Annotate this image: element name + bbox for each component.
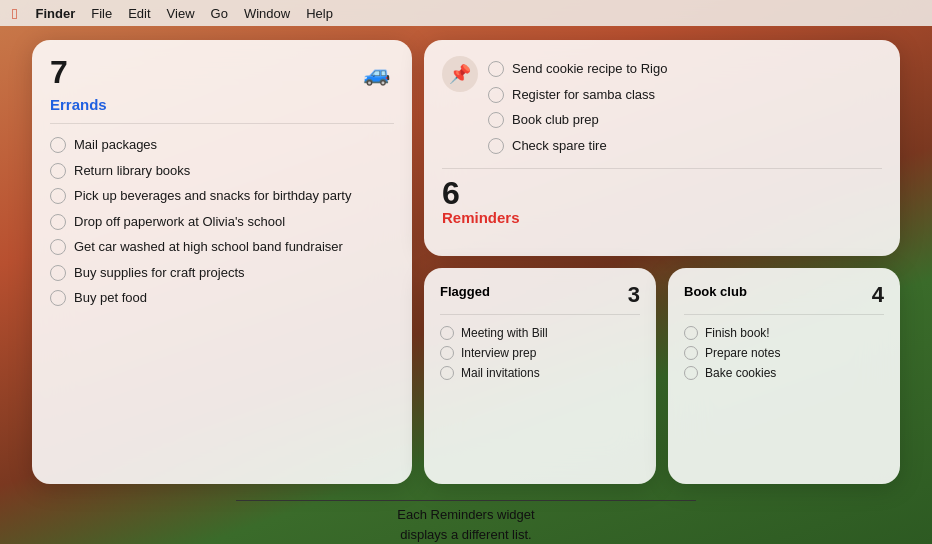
item-label: Mail invitations (461, 366, 540, 380)
menubar-file[interactable]: File (91, 6, 112, 21)
item-label: Meeting with Bill (461, 326, 548, 340)
pin-icon: 📌 (442, 56, 478, 92)
annotation-line1: Each Reminders widget (397, 507, 534, 522)
reminder-circle-icon[interactable] (50, 214, 66, 230)
reminder-circle-icon[interactable] (50, 265, 66, 281)
menubar:  Finder File Edit View Go Window Help (0, 0, 932, 26)
menubar-window[interactable]: Window (244, 6, 290, 21)
bookclub-count: 4 (872, 282, 884, 308)
flagged-divider (440, 314, 640, 315)
item-label: Register for samba class (512, 86, 655, 104)
reminders-count: 6 (442, 177, 460, 209)
reminder-circle-icon[interactable] (488, 138, 504, 154)
menubar-go[interactable]: Go (211, 6, 228, 21)
errands-divider (50, 123, 394, 124)
list-item: Buy pet food (50, 285, 394, 311)
errands-title: Errands (50, 96, 394, 113)
item-label: Return library books (74, 162, 190, 180)
reminder-circle-icon[interactable] (488, 61, 504, 77)
list-item: Drop off paperwork at Olivia's school (50, 209, 394, 235)
bookclub-title: Book club (684, 284, 747, 299)
list-item: Bake cookies (684, 363, 884, 383)
errands-count: 7 (50, 56, 68, 88)
errands-icon: 🚙 (358, 56, 394, 92)
item-label: Send cookie recipe to Rigo (512, 60, 667, 78)
list-item: Interview prep (440, 343, 640, 363)
list-item: Return library books (50, 158, 394, 184)
reminder-circle-icon[interactable] (50, 290, 66, 306)
bottom-right-widgets: Flagged 3 Meeting with Bill Interview pr… (424, 268, 900, 484)
list-item: Mail packages (50, 132, 394, 158)
flagged-header: Flagged 3 (440, 282, 640, 308)
item-label: Interview prep (461, 346, 536, 360)
list-item: Register for samba class (488, 82, 882, 108)
item-label: Book club prep (512, 111, 599, 129)
errands-header: 7 🚙 (50, 56, 394, 92)
item-label: Mail packages (74, 136, 157, 154)
menubar-help[interactable]: Help (306, 6, 333, 21)
menubar-finder[interactable]: Finder (35, 6, 75, 21)
reminder-circle-icon[interactable] (440, 326, 454, 340)
errands-widget: 7 🚙 Errands Mail packages Return library… (32, 40, 412, 484)
reminder-circle-icon[interactable] (440, 346, 454, 360)
item-label: Drop off paperwork at Olivia's school (74, 213, 285, 231)
bookclub-header: Book club 4 (684, 282, 884, 308)
menubar-edit[interactable]: Edit (128, 6, 150, 21)
reminder-circle-icon[interactable] (684, 346, 698, 360)
reminder-circle-icon[interactable] (684, 366, 698, 380)
list-item: Meeting with Bill (440, 323, 640, 343)
reminder-circle-icon[interactable] (50, 239, 66, 255)
reminder-circle-icon[interactable] (488, 87, 504, 103)
bookclub-divider (684, 314, 884, 315)
annotation-text: Each Reminders widget displays a differe… (397, 505, 534, 544)
apple-menu-icon[interactable]:  (12, 5, 17, 22)
item-label: Pick up beverages and snacks for birthda… (74, 187, 351, 205)
list-item: Send cookie recipe to Rigo (488, 56, 882, 82)
item-label: Get car washed at high school band fundr… (74, 238, 343, 256)
reminder-circle-icon[interactable] (50, 163, 66, 179)
list-item: Prepare notes (684, 343, 884, 363)
list-item: Pick up beverages and snacks for birthda… (50, 183, 394, 209)
list-item: Get car washed at high school band fundr… (50, 234, 394, 260)
bookclub-widget: Book club 4 Finish book! Prepare notes B… (668, 268, 900, 484)
item-label: Check spare tire (512, 137, 607, 155)
reminder-circle-icon[interactable] (488, 112, 504, 128)
flagged-count: 3 (628, 282, 640, 308)
item-label: Finish book! (705, 326, 770, 340)
reminder-circle-icon[interactable] (50, 188, 66, 204)
flagged-widget: Flagged 3 Meeting with Bill Interview pr… (424, 268, 656, 484)
annotation-line2: displays a different list. (400, 527, 531, 542)
list-item: Mail invitations (440, 363, 640, 383)
widgets-area: 7 🚙 Errands Mail packages Return library… (32, 40, 900, 484)
list-item: Book club prep (488, 107, 882, 133)
menubar-view[interactable]: View (167, 6, 195, 21)
reminders-divider (442, 168, 882, 169)
reminders-top-items: Send cookie recipe to Rigo Register for … (488, 56, 882, 158)
reminders-widget: 📌 Send cookie recipe to Rigo Register fo… (424, 40, 900, 256)
annotation-line (236, 500, 696, 501)
reminders-title: Reminders (442, 209, 882, 226)
list-item: Finish book! (684, 323, 884, 343)
reminder-circle-icon[interactable] (440, 366, 454, 380)
list-item: Buy supplies for craft projects (50, 260, 394, 286)
item-label: Buy pet food (74, 289, 147, 307)
item-label: Prepare notes (705, 346, 780, 360)
item-label: Bake cookies (705, 366, 776, 380)
reminder-circle-icon[interactable] (684, 326, 698, 340)
annotation-area: Each Reminders widget displays a differe… (0, 474, 932, 544)
item-label: Buy supplies for craft projects (74, 264, 245, 282)
reminder-circle-icon[interactable] (50, 137, 66, 153)
flagged-title: Flagged (440, 284, 490, 299)
list-item: Check spare tire (488, 133, 882, 159)
